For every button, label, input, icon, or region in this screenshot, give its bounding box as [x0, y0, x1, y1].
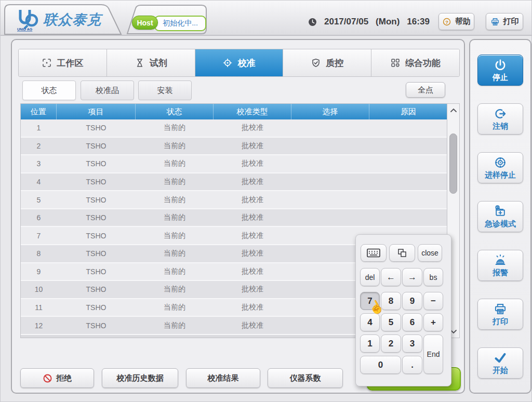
datetime: 2017/07/05 (Mon) 16:39	[308, 15, 430, 29]
tab-label: 工作区	[57, 57, 83, 69]
cell-reason	[369, 191, 447, 208]
subtab-status[interactable]: 状态	[22, 81, 76, 100]
numpad-del-key[interactable]: del	[360, 268, 380, 286]
tab-reagent[interactable]: 试剂	[107, 49, 195, 76]
workspace-icon	[42, 58, 52, 68]
table-row[interactable]: 4TSHO当前的批校准	[21, 173, 447, 192]
cell-status: 当前的	[136, 191, 214, 208]
numpad-minus-key[interactable]: −	[423, 292, 443, 310]
sidebar-start-button[interactable]: 开始	[477, 347, 523, 379]
tab-workspace[interactable]: 工作区	[19, 49, 107, 76]
host-badge: Host	[132, 16, 158, 30]
scroll-up-button[interactable]	[447, 104, 459, 116]
calibration-result-button[interactable]: 校准结果	[186, 368, 260, 388]
tab-label: 质控	[326, 57, 343, 69]
tab-label: 试剂	[150, 57, 167, 69]
numpad-key-2[interactable]: 2	[381, 334, 401, 353]
scroll-thumb[interactable]	[449, 133, 457, 194]
table-header: 位置 项目 状态 校准类型 选择 原因	[21, 104, 447, 119]
cell-reason	[369, 209, 447, 226]
keyboard-toggle-button[interactable]	[361, 244, 387, 262]
numpad-dot-key[interactable]: .	[402, 356, 422, 374]
numpad-key-6[interactable]: 6	[402, 313, 422, 331]
numpad-key-4[interactable]: 4	[360, 313, 380, 331]
sidebar-stop-button[interactable]: 停止	[477, 55, 523, 86]
sidebar-print-button[interactable]: 打印	[477, 299, 523, 330]
table-row[interactable]: 5TSHO当前的批校准	[21, 191, 447, 209]
cell-item: TSHO	[57, 263, 136, 280]
numpad-arrow-left-key[interactable]: ←	[381, 268, 401, 286]
instrument-coefficient-button[interactable]: 仪器系数	[268, 368, 343, 388]
calibration-target-icon	[222, 58, 233, 68]
prohibition-icon	[43, 373, 52, 383]
print-top-button[interactable]: 打印	[486, 13, 523, 30]
cell-item: TSHO	[57, 119, 136, 137]
brand: UNID AG 联众泰克	[16, 7, 117, 33]
sidebar-label: 停止	[493, 73, 508, 83]
all-points-button[interactable]: 全点	[406, 82, 445, 98]
numpad-plus-key[interactable]: +	[423, 313, 443, 331]
printer-icon	[494, 302, 507, 316]
numpad-overlay: close del ← → bs 7 8 9 − 4 5 6 + 1 2 3 E…	[355, 234, 451, 386]
functions-grid-icon	[390, 58, 401, 68]
switch-window-button[interactable]	[389, 244, 415, 262]
date-text: 2017/07/05	[324, 17, 368, 27]
sidebar-label: 急诊模式	[485, 219, 516, 229]
host-status-text: 初始化中...	[154, 16, 206, 31]
cell-pos: 4	[21, 173, 57, 191]
reagent-icon	[135, 58, 145, 68]
cell-reason	[369, 119, 447, 137]
cell-pos: 1	[21, 119, 57, 137]
cell-item: TSHO	[57, 155, 136, 172]
time-text: 16:39	[407, 17, 429, 27]
numpad-bs-key[interactable]: bs	[423, 268, 443, 286]
numpad-arrow-right-key[interactable]: →	[402, 268, 422, 286]
sidebar-stat-mode-button[interactable]: 急诊模式	[477, 201, 523, 232]
col-reason: 原因	[369, 104, 447, 119]
cell-pos: 9	[21, 263, 57, 280]
sidebar-sampler-stop-button[interactable]: 进样停止	[477, 152, 523, 183]
sidebar-label: 报警	[493, 268, 508, 278]
numpad-key-0[interactable]: 0	[360, 356, 401, 374]
col-status: 状态	[136, 104, 214, 119]
cell-type: 批校准	[214, 209, 291, 226]
subtab-calibrator[interactable]: 校准品	[81, 81, 134, 100]
help-button[interactable]: ? 帮助	[438, 13, 474, 30]
table-row[interactable]: 3TSHO当前的批校准	[21, 155, 447, 173]
chevron-up-icon	[450, 108, 457, 113]
sidebar-logout-button[interactable]: 注销	[477, 103, 523, 135]
tab-calibration[interactable]: 校准	[195, 49, 284, 76]
numpad-key-9[interactable]: 9	[402, 292, 422, 310]
tab-qc[interactable]: 质控	[283, 49, 371, 76]
numpad-close-button[interactable]: close	[418, 244, 442, 262]
qc-shield-icon	[311, 58, 321, 68]
cell-type: 批校准	[214, 138, 291, 155]
numpad-key-5[interactable]: 5	[381, 313, 401, 331]
table-row[interactable]: 2TSHO当前的批校准	[21, 138, 447, 156]
table-row[interactable]: 1TSHO当前的批校准	[21, 119, 447, 138]
cell-status: 当前的	[136, 138, 214, 155]
subtab-install[interactable]: 安装	[138, 81, 192, 100]
numpad-key-1[interactable]: 1	[360, 334, 380, 353]
cell-item: TSHO	[57, 209, 136, 226]
sidebar-label: 注销	[493, 122, 508, 131]
table-row[interactable]: 6TSHO当前的批校准	[21, 209, 447, 227]
col-item: 项目	[57, 104, 136, 119]
cell-pos: 12	[21, 317, 57, 334]
sidebar-label: 打印	[493, 317, 508, 327]
cell-item: TSHO	[57, 191, 136, 208]
cell-pos: 3	[21, 155, 57, 172]
numpad-end-key[interactable]: End	[423, 334, 443, 374]
numpad-key-3[interactable]: 3	[402, 334, 422, 353]
app-window: UNID AG 联众泰克 Host 初始化中... 2017/07/05 (Mo…	[0, 0, 532, 402]
calibration-history-button[interactable]: 校准历史数据	[102, 368, 178, 388]
power-icon	[494, 58, 507, 72]
print-top-label: 打印	[503, 17, 519, 26]
cell-item: TSHO	[57, 317, 136, 334]
sidebar-alarm-button[interactable]: 报警	[477, 250, 523, 281]
start-check-icon	[494, 351, 507, 365]
tab-functions[interactable]: 综合功能	[371, 49, 459, 76]
brand-logo-icon: UNID AG	[16, 8, 39, 32]
brand-name: 联众泰克	[43, 10, 101, 29]
reject-button[interactable]: 拒绝	[20, 368, 94, 388]
